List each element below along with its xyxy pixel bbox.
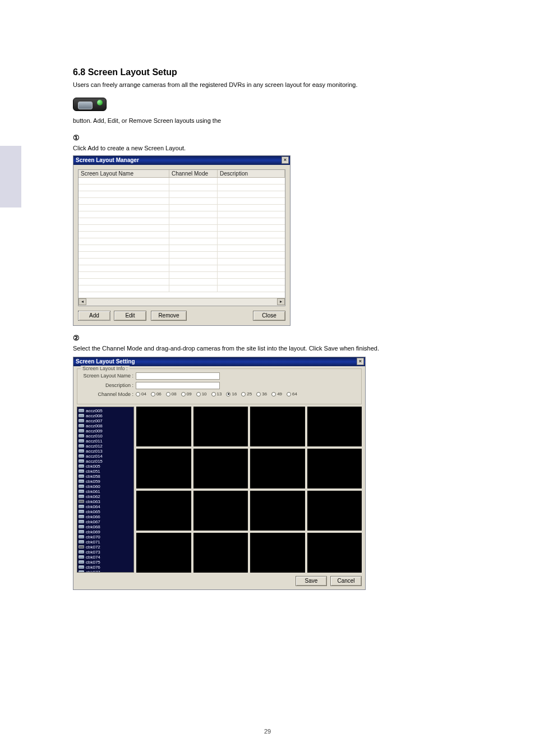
table-row[interactable] xyxy=(79,178,285,185)
table-row[interactable] xyxy=(79,225,285,232)
close-button[interactable]: Close xyxy=(253,311,285,321)
layout-cell[interactable] xyxy=(193,491,248,531)
tree-item[interactable]: accz013 xyxy=(79,449,132,454)
tree-item[interactable]: cbk060 xyxy=(79,484,132,489)
tree-item[interactable]: accz008 xyxy=(79,423,132,428)
tree-item[interactable]: cbk070 xyxy=(79,534,132,540)
table-row[interactable] xyxy=(79,185,285,191)
layout-cell[interactable] xyxy=(307,491,362,531)
tree-item[interactable]: cbk077 xyxy=(79,570,132,573)
tree-item[interactable]: cbk071 xyxy=(79,540,132,545)
radio-channel-08[interactable]: 08 xyxy=(166,391,177,397)
layout-cell[interactable] xyxy=(250,407,305,446)
remove-button[interactable]: Remove xyxy=(151,311,187,321)
tree-item[interactable]: cbk005 xyxy=(79,464,132,469)
radio-channel-36[interactable]: 36 xyxy=(256,391,267,397)
tree-item[interactable]: cbk063 xyxy=(79,499,132,504)
tree-item[interactable]: cbk068 xyxy=(79,524,132,529)
radio-channel-16[interactable]: 16 xyxy=(226,391,237,397)
table-row[interactable] xyxy=(79,198,285,205)
tree-item[interactable]: cbk062 xyxy=(79,494,132,499)
h-scrollbar[interactable]: ◂ ▸ xyxy=(79,298,285,306)
tree-item[interactable]: cbk059 xyxy=(79,479,132,484)
tree-item[interactable]: cbk051 xyxy=(79,469,132,474)
tree-item[interactable]: accz007 xyxy=(79,418,132,423)
cancel-button[interactable]: Cancel xyxy=(330,576,362,586)
table-row[interactable] xyxy=(79,211,285,218)
tree-item[interactable]: accz014 xyxy=(79,454,132,459)
radio-channel-09[interactable]: 09 xyxy=(181,391,192,397)
radio-channel-25[interactable]: 25 xyxy=(241,391,252,397)
layout-cell[interactable] xyxy=(307,407,362,446)
tree-item[interactable]: accz005 xyxy=(79,408,132,413)
layout-cell[interactable] xyxy=(250,491,305,531)
table-row[interactable] xyxy=(79,252,285,259)
dvr-icon xyxy=(79,535,84,538)
radio-channel-06[interactable]: 06 xyxy=(151,391,162,397)
dvr-icon xyxy=(79,525,84,528)
layout-cell[interactable] xyxy=(307,449,362,488)
col-description[interactable]: Description xyxy=(218,170,285,177)
layout-cell[interactable] xyxy=(136,407,191,446)
tree-item[interactable]: cbk058 xyxy=(79,474,132,479)
radio-channel-49[interactable]: 49 xyxy=(271,391,282,397)
tree-item[interactable]: cbk069 xyxy=(79,529,132,534)
tree-item[interactable]: cbk064 xyxy=(79,504,132,509)
layout-cell[interactable] xyxy=(250,449,305,488)
add-button[interactable]: Add xyxy=(78,311,110,321)
tree-item[interactable]: cbk075 xyxy=(79,560,132,565)
tree-item[interactable]: cbk074 xyxy=(79,555,132,560)
layout-grid[interactable] xyxy=(136,407,362,573)
layout-cell[interactable] xyxy=(193,533,248,573)
layout-cell[interactable] xyxy=(136,449,191,488)
tree-item[interactable]: cbk066 xyxy=(79,514,132,519)
table-row[interactable] xyxy=(79,285,285,292)
radio-label: 10 xyxy=(202,391,207,397)
radio-channel-13[interactable]: 13 xyxy=(211,391,222,397)
site-tree[interactable]: accz005accz006accz007accz008accz009accz0… xyxy=(77,407,134,573)
layout-cell[interactable] xyxy=(136,491,191,531)
close-icon[interactable]: × xyxy=(282,156,289,164)
tree-item[interactable]: cbk061 xyxy=(79,489,132,494)
screen-layout-name-field[interactable] xyxy=(136,372,220,380)
scroll-right-icon[interactable]: ▸ xyxy=(277,298,285,305)
tree-item[interactable]: cbk065 xyxy=(79,509,132,514)
table-row[interactable] xyxy=(79,259,285,265)
scroll-left-icon[interactable]: ◂ xyxy=(79,298,86,305)
save-button[interactable]: Save xyxy=(296,576,327,586)
edit-button[interactable]: Edit xyxy=(114,311,146,321)
table-row[interactable] xyxy=(79,191,285,198)
layout-cell[interactable] xyxy=(136,533,191,573)
tree-item[interactable]: cbk072 xyxy=(79,545,132,550)
table-row[interactable] xyxy=(79,218,285,225)
tree-item[interactable]: accz009 xyxy=(79,428,132,434)
layout-cell[interactable] xyxy=(193,407,248,446)
table-row[interactable] xyxy=(79,232,285,238)
col-channel-mode[interactable]: Channel Mode xyxy=(169,170,218,177)
layout-cell[interactable] xyxy=(307,533,362,573)
tree-item[interactable]: cbk073 xyxy=(79,550,132,555)
layout-cell[interactable] xyxy=(250,533,305,573)
tree-item[interactable]: cbk067 xyxy=(79,519,132,524)
table-row[interactable] xyxy=(79,245,285,252)
tree-item[interactable]: accz015 xyxy=(79,459,132,464)
table-row[interactable] xyxy=(79,265,285,272)
table-row[interactable] xyxy=(79,205,285,211)
description-field[interactable] xyxy=(136,382,220,389)
close-icon[interactable]: × xyxy=(357,358,364,365)
radio-channel-04[interactable]: 04 xyxy=(136,391,146,397)
tree-item[interactable]: cbk076 xyxy=(79,565,132,570)
col-screen-layout-name[interactable]: Screen Layout Name xyxy=(79,170,169,177)
table-row[interactable] xyxy=(79,238,285,245)
tree-item[interactable]: accz012 xyxy=(79,444,132,449)
tree-item[interactable]: accz010 xyxy=(79,434,132,439)
radio-channel-10[interactable]: 10 xyxy=(196,391,207,397)
table-row[interactable] xyxy=(79,272,285,279)
radio-channel-64[interactable]: 64 xyxy=(287,391,297,397)
layout-table: Screen Layout Name Channel Mode Descript… xyxy=(78,169,285,306)
layout-cell[interactable] xyxy=(193,449,248,488)
tree-item[interactable]: accz011 xyxy=(79,439,132,444)
tree-item[interactable]: accz006 xyxy=(79,413,132,418)
radio-icon xyxy=(136,392,140,397)
table-row[interactable] xyxy=(79,279,285,285)
